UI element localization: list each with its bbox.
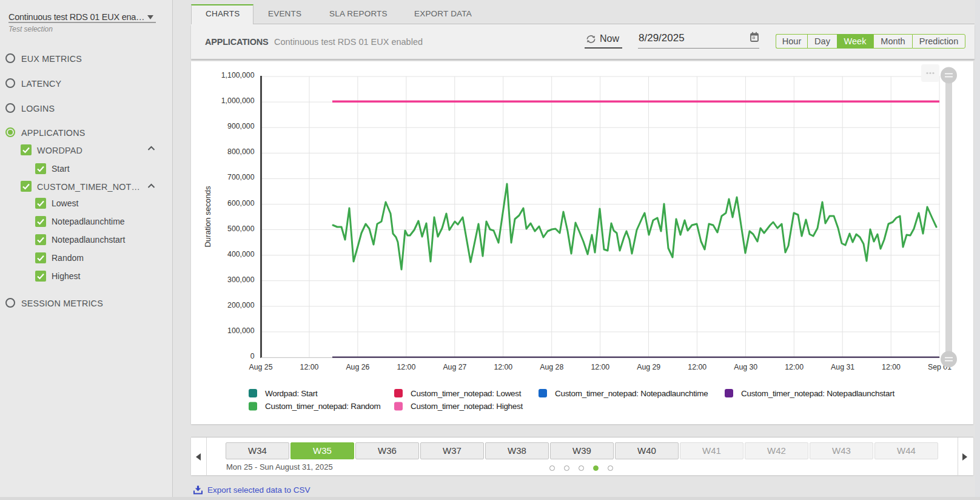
- svg-text:400,000: 400,000: [227, 250, 255, 258]
- svg-text:100,000: 100,000: [227, 326, 255, 335]
- svg-text:Aug 30: Aug 30: [734, 363, 757, 371]
- svg-text:12:00: 12:00: [688, 363, 706, 371]
- svg-text:1,100,000: 1,100,000: [221, 71, 255, 79]
- svg-text:Aug 27: Aug 27: [443, 363, 466, 371]
- svg-text:Custom_timer_notepad: Lowest: Custom_timer_notepad: Lowest: [411, 389, 522, 398]
- svg-text:Custom_timer_notepad: Notepadl: Custom_timer_notepad: Notepadlaunchtime: [555, 389, 708, 398]
- svg-text:700,000: 700,000: [227, 173, 255, 181]
- svg-text:600,000: 600,000: [227, 199, 255, 208]
- svg-text:1,000,000: 1,000,000: [221, 96, 255, 105]
- svg-text:0: 0: [250, 352, 255, 360]
- svg-text:500,000: 500,000: [227, 225, 255, 233]
- svg-text:200,000: 200,000: [227, 301, 255, 309]
- svg-text:Aug 28: Aug 28: [540, 363, 563, 371]
- svg-text:Custom_timer_notepad: Highest: Custom_timer_notepad: Highest: [411, 402, 523, 411]
- svg-text:12:00: 12:00: [785, 363, 804, 371]
- svg-text:Duration seconds: Duration seconds: [203, 186, 212, 248]
- svg-text:12:00: 12:00: [591, 363, 609, 371]
- svg-text:Aug 26: Aug 26: [346, 363, 369, 371]
- svg-text:Custom_timer_notepad: Random: Custom_timer_notepad: Random: [265, 402, 381, 411]
- svg-text:Aug 25: Aug 25: [249, 363, 273, 371]
- svg-text:12:00: 12:00: [397, 363, 416, 371]
- svg-text:300,000: 300,000: [227, 275, 255, 284]
- svg-text:Custom_timer_notepad: Notepadl: Custom_timer_notepad: Notepadlaunchstart: [741, 389, 894, 398]
- svg-text:Aug 31: Aug 31: [831, 363, 854, 371]
- svg-text:Aug 29: Aug 29: [637, 363, 660, 371]
- svg-text:900,000: 900,000: [227, 122, 255, 130]
- svg-text:12:00: 12:00: [494, 363, 512, 371]
- svg-text:800,000: 800,000: [227, 147, 255, 156]
- svg-text:Wordpad: Start: Wordpad: Start: [265, 389, 318, 398]
- svg-text:12:00: 12:00: [882, 363, 901, 371]
- svg-text:12:00: 12:00: [300, 363, 319, 371]
